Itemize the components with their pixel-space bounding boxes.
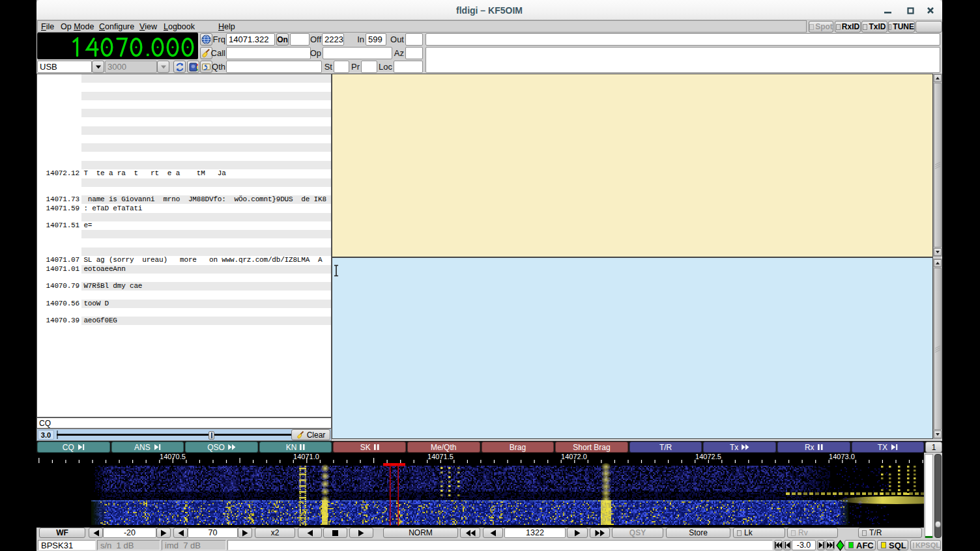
svg-text:14072.0: 14072.0 xyxy=(561,453,587,460)
svg-text:14072.5: 14072.5 xyxy=(695,453,721,460)
svg-text:14070.5: 14070.5 xyxy=(160,453,186,460)
svg-text:14071.5: 14071.5 xyxy=(427,453,454,460)
svg-text:14073.0: 14073.0 xyxy=(829,453,855,460)
svg-text:14071.0: 14071.0 xyxy=(293,453,319,460)
